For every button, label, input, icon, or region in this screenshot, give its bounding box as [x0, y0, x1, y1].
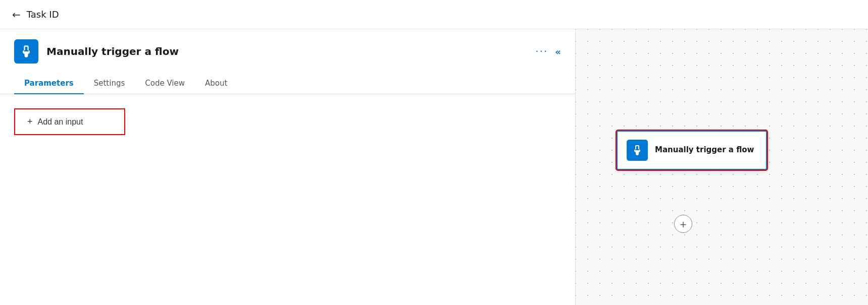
top-bar: ← Task ID [0, 0, 868, 29]
plus-icon: + [27, 116, 33, 127]
node-icon [627, 140, 648, 161]
add-input-label: Add an input [38, 117, 83, 127]
panel-body: + Add an input [0, 94, 575, 305]
back-arrow-icon[interactable]: ← [12, 9, 21, 21]
left-panel: Manually trigger a flow ··· « Parameters… [0, 29, 576, 305]
tab-about[interactable]: About [195, 72, 237, 94]
page-title: Task ID [27, 9, 59, 20]
more-options-button[interactable]: ··· [535, 45, 548, 57]
tab-parameters[interactable]: Parameters [14, 72, 84, 94]
node-hand-pointer-icon [631, 144, 643, 156]
canvas-panel: Manually trigger a flow + [576, 29, 868, 305]
panel-actions: ··· « [535, 45, 561, 57]
collapse-button[interactable]: « [555, 46, 561, 57]
panel-header: Manually trigger a flow ··· « [0, 29, 575, 72]
tabs-bar: Parameters Settings Code View About [0, 72, 575, 94]
add-input-button[interactable]: + Add an input [14, 108, 125, 135]
add-step-plus-icon: + [679, 219, 687, 229]
hand-pointer-icon [19, 44, 33, 58]
tab-settings[interactable]: Settings [84, 72, 135, 94]
trigger-icon [14, 39, 38, 64]
panel-title: Manually trigger a flow [46, 45, 527, 57]
add-step-button[interactable]: + [674, 215, 692, 233]
tab-code-view[interactable]: Code View [135, 72, 195, 94]
node-title: Manually trigger a flow [655, 145, 754, 155]
main-layout: Manually trigger a flow ··· « Parameters… [0, 29, 868, 305]
flow-node-card[interactable]: Manually trigger a flow [616, 130, 768, 170]
